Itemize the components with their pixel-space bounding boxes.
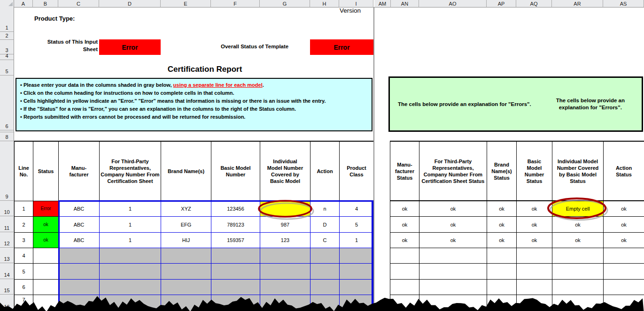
spreadsheet: ABCDEFGHIAMANAOAPAQARAS 1234567891011121… <box>0 0 644 311</box>
torn-edge <box>0 0 644 311</box>
